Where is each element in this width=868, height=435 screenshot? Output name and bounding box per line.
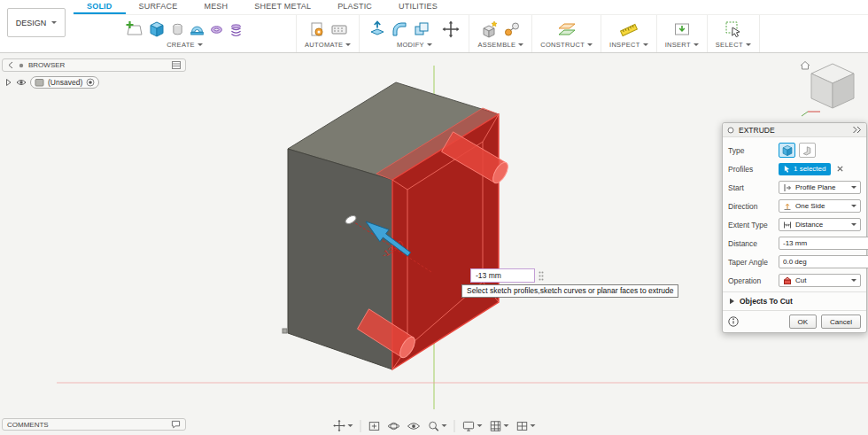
visibility-eye-icon[interactable] xyxy=(16,78,27,87)
fit-tool[interactable] xyxy=(368,420,381,432)
tab-plastic[interactable]: PLASTIC xyxy=(324,0,385,14)
create-sketch-icon[interactable] xyxy=(126,20,143,38)
extrude-solid-icon xyxy=(781,144,794,157)
dropdown-caret-icon xyxy=(587,43,593,46)
torus-primitive-icon[interactable] xyxy=(209,22,224,37)
display-settings[interactable] xyxy=(462,420,483,432)
type-extrude-button[interactable] xyxy=(779,143,795,158)
inspect-menu[interactable]: INSPECT xyxy=(609,41,648,50)
insert-menu[interactable]: INSERT xyxy=(665,41,699,50)
collapse-dialog-icon[interactable] xyxy=(852,126,862,134)
profile-plane-icon xyxy=(783,183,792,192)
cancel-button[interactable]: Cancel xyxy=(821,315,861,329)
profiles-row: Profiles 1 selected xyxy=(728,159,861,178)
extrude-icon[interactable] xyxy=(148,20,166,38)
start-dropdown[interactable]: Profile Plane xyxy=(779,181,861,194)
objects-to-cut-section[interactable]: Objects To Cut xyxy=(723,291,866,310)
panel-menu-icon[interactable] xyxy=(172,61,181,69)
tab-sheet-metal[interactable]: SHEET METAL xyxy=(241,0,324,14)
3d-canvas[interactable]: -13.00 BROWSER (Unsaved) xyxy=(0,53,868,435)
insert-icon[interactable] xyxy=(673,20,691,38)
select-menu[interactable]: SELECT xyxy=(716,41,751,50)
type-thin-extrude-button[interactable] xyxy=(799,143,816,158)
construct-menu[interactable]: CONSTRUCT xyxy=(540,41,593,50)
thin-extrude-icon xyxy=(802,144,814,157)
taper-angle-label: Taper Angle xyxy=(728,258,779,267)
create-menu[interactable]: CREATE xyxy=(167,41,203,50)
home-view-icon[interactable] xyxy=(801,62,810,70)
zoom-tool[interactable] xyxy=(428,420,447,432)
tab-label: SURFACE xyxy=(139,2,178,11)
assemble-menu[interactable]: ASSEMBLE xyxy=(477,41,523,50)
select-icon[interactable] xyxy=(725,20,742,38)
sketch-point[interactable] xyxy=(283,329,287,333)
extent-type-dropdown[interactable]: Distance xyxy=(779,218,861,231)
start-row: Start Profile Plane xyxy=(728,178,861,197)
comments-panel[interactable]: COMMENTS xyxy=(2,418,186,431)
dropdown-caret-icon xyxy=(851,205,856,207)
viewports[interactable] xyxy=(516,420,536,432)
active-document-radio-icon[interactable] xyxy=(86,78,95,87)
toolbar-group-create: CREATE xyxy=(74,15,297,52)
collapse-panel-icon[interactable] xyxy=(7,61,14,69)
direction-dropdown[interactable]: One Side xyxy=(779,199,861,213)
construct-plane-icon[interactable] xyxy=(558,20,576,38)
pan-tool[interactable] xyxy=(333,419,353,432)
fillet-icon[interactable] xyxy=(391,20,408,38)
workspace-switcher[interactable]: DESIGN xyxy=(7,8,66,37)
dropdown-caret-icon xyxy=(442,424,447,427)
tab-utilities[interactable]: UTILITIES xyxy=(385,0,451,14)
taper-angle-input[interactable] xyxy=(779,255,868,268)
extent-type-row: Extent Type Distance xyxy=(728,215,861,234)
comments-bubble-icon[interactable] xyxy=(171,420,181,429)
direction-value: One Side xyxy=(795,202,825,210)
view-cube[interactable] xyxy=(797,57,864,120)
clear-selection-icon[interactable] xyxy=(836,165,844,173)
combine-icon[interactable] xyxy=(413,20,430,38)
look-at-tool[interactable] xyxy=(407,421,421,431)
orbit-tool[interactable] xyxy=(388,420,400,432)
extent-type-label: Extent Type xyxy=(728,221,779,229)
info-icon[interactable] xyxy=(728,316,739,327)
navigation-bar xyxy=(333,419,536,432)
cylinder-primitive-icon[interactable] xyxy=(170,22,185,37)
type-label: Type xyxy=(728,146,779,155)
document-item[interactable]: (Unsaved) xyxy=(30,76,99,89)
scripts-addins-icon[interactable] xyxy=(330,20,348,38)
tab-mesh[interactable]: MESH xyxy=(190,0,241,14)
modify-menu[interactable]: MODIFY xyxy=(397,41,432,50)
ok-button[interactable]: OK xyxy=(789,315,818,329)
browser-title: BROWSER xyxy=(28,61,65,69)
dropdown-caret-icon xyxy=(643,43,648,46)
profiles-selection-chip[interactable]: 1 selected xyxy=(779,163,831,175)
group-label: ASSEMBLE xyxy=(477,41,515,49)
profiles-count: 1 selected xyxy=(794,165,825,173)
coil-icon[interactable] xyxy=(229,22,244,37)
dialog-footer: OK Cancel xyxy=(723,310,866,332)
grid-snaps[interactable] xyxy=(490,420,509,432)
ribbon-tabs: SOLID SURFACE MESH SHEET METAL PLASTIC U… xyxy=(74,0,868,15)
distance-input[interactable] xyxy=(779,237,868,250)
toolbar-group-inspect: INSPECT xyxy=(601,15,657,52)
joint-icon[interactable] xyxy=(503,20,521,38)
tab-solid[interactable]: SOLID xyxy=(74,0,126,14)
group-label: CONSTRUCT xyxy=(540,41,585,49)
measure-icon[interactable] xyxy=(620,20,638,38)
dimension-input[interactable] xyxy=(470,268,535,283)
tab-surface[interactable]: SURFACE xyxy=(126,0,191,14)
browser-panel[interactable]: BROWSER xyxy=(2,58,186,72)
new-component-icon[interactable] xyxy=(481,20,499,38)
move-copy-icon[interactable] xyxy=(442,20,460,38)
dialog-options-icon[interactable] xyxy=(727,127,734,134)
expand-arrow-icon[interactable] xyxy=(4,78,12,87)
revolve-icon[interactable] xyxy=(190,22,205,37)
automate-menu[interactable]: AUTOMATE xyxy=(305,41,351,50)
configure-icon[interactable] xyxy=(308,20,326,38)
extrude-dialog[interactable]: EXTRUDE Type P xyxy=(722,122,867,333)
drag-handle-icon[interactable] xyxy=(538,270,545,282)
direction-row: Direction One Side xyxy=(728,197,861,215)
browser-root-item[interactable]: (Unsaved) xyxy=(4,76,99,89)
operation-dropdown[interactable]: Cut xyxy=(779,274,861,287)
extrude-dialog-header[interactable]: EXTRUDE xyxy=(723,123,866,137)
press-pull-icon[interactable] xyxy=(368,20,386,38)
